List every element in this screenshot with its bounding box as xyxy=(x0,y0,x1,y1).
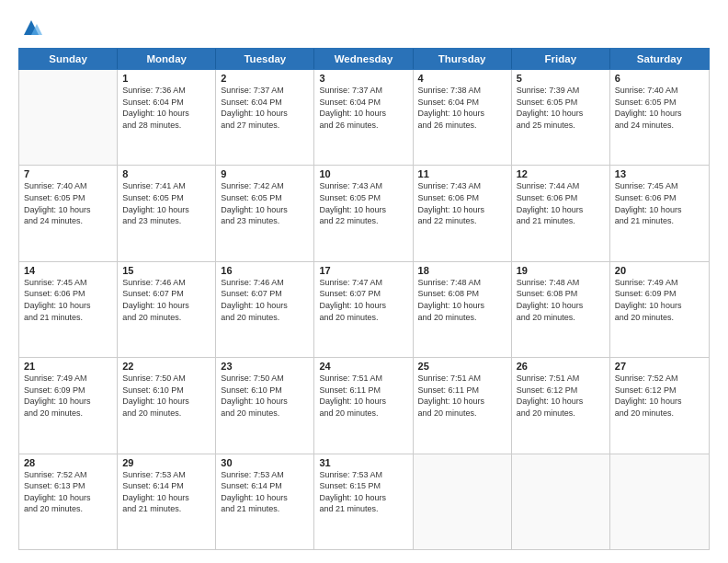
day-info: Sunrise: 7:51 AMSunset: 6:11 PMDaylight:… xyxy=(319,373,407,419)
day-info: Sunrise: 7:53 AMSunset: 6:14 PMDaylight:… xyxy=(122,469,210,515)
day-info: Sunrise: 7:51 AMSunset: 6:11 PMDaylight:… xyxy=(418,373,506,419)
day-number: 6 xyxy=(615,73,704,84)
calendar: SundayMondayTuesdayWednesdayThursdayFrid… xyxy=(18,48,710,550)
day-9: 9Sunrise: 7:42 AMSunset: 6:05 PMDaylight… xyxy=(216,166,314,260)
empty-cell xyxy=(414,454,512,549)
day-number: 26 xyxy=(517,361,605,372)
day-number: 27 xyxy=(615,361,704,372)
day-15: 15Sunrise: 7:46 AMSunset: 6:07 PMDayligh… xyxy=(118,262,216,357)
day-number: 28 xyxy=(24,457,112,468)
header-day-saturday: Saturday xyxy=(610,49,709,69)
day-31: 31Sunrise: 7:53 AMSunset: 6:15 PMDayligh… xyxy=(314,454,413,549)
day-number: 30 xyxy=(221,457,309,468)
day-2: 2Sunrise: 7:37 AMSunset: 6:04 PMDaylight… xyxy=(216,70,314,165)
calendar-body: 1Sunrise: 7:36 AMSunset: 6:04 PMDaylight… xyxy=(18,70,710,550)
day-13: 13Sunrise: 7:45 AMSunset: 6:06 PMDayligh… xyxy=(610,166,709,260)
day-10: 10Sunrise: 7:43 AMSunset: 6:05 PMDayligh… xyxy=(314,166,413,260)
day-number: 4 xyxy=(418,73,506,84)
day-20: 20Sunrise: 7:49 AMSunset: 6:09 PMDayligh… xyxy=(610,262,709,357)
day-info: Sunrise: 7:45 AMSunset: 6:06 PMDaylight:… xyxy=(615,180,704,226)
header-day-sunday: Sunday xyxy=(19,49,118,69)
day-number: 3 xyxy=(319,73,407,84)
day-number: 21 xyxy=(24,361,112,372)
day-info: Sunrise: 7:52 AMSunset: 6:12 PMDaylight:… xyxy=(615,373,704,419)
day-info: Sunrise: 7:53 AMSunset: 6:15 PMDaylight:… xyxy=(319,469,407,515)
day-info: Sunrise: 7:46 AMSunset: 6:07 PMDaylight:… xyxy=(221,277,309,323)
header-day-wednesday: Wednesday xyxy=(314,49,413,69)
day-14: 14Sunrise: 7:45 AMSunset: 6:06 PMDayligh… xyxy=(19,262,118,357)
header-day-tuesday: Tuesday xyxy=(216,49,314,69)
day-7: 7Sunrise: 7:40 AMSunset: 6:05 PMDaylight… xyxy=(19,166,118,260)
day-number: 13 xyxy=(615,168,704,179)
day-number: 5 xyxy=(517,73,605,84)
day-18: 18Sunrise: 7:48 AMSunset: 6:08 PMDayligh… xyxy=(414,262,512,357)
day-number: 10 xyxy=(319,168,407,179)
day-info: Sunrise: 7:48 AMSunset: 6:08 PMDaylight:… xyxy=(418,277,506,323)
day-info: Sunrise: 7:49 AMSunset: 6:09 PMDaylight:… xyxy=(615,277,704,323)
header-day-friday: Friday xyxy=(512,49,610,69)
day-number: 12 xyxy=(517,168,605,179)
day-info: Sunrise: 7:53 AMSunset: 6:14 PMDaylight:… xyxy=(221,469,309,515)
day-number: 20 xyxy=(615,265,704,276)
day-info: Sunrise: 7:50 AMSunset: 6:10 PMDaylight:… xyxy=(221,373,309,419)
day-4: 4Sunrise: 7:38 AMSunset: 6:04 PMDaylight… xyxy=(414,70,512,165)
day-17: 17Sunrise: 7:47 AMSunset: 6:07 PMDayligh… xyxy=(314,262,413,357)
day-info: Sunrise: 7:46 AMSunset: 6:07 PMDaylight:… xyxy=(122,277,210,323)
day-1: 1Sunrise: 7:36 AMSunset: 6:04 PMDaylight… xyxy=(118,70,216,165)
day-16: 16Sunrise: 7:46 AMSunset: 6:07 PMDayligh… xyxy=(216,262,314,357)
day-info: Sunrise: 7:38 AMSunset: 6:04 PMDaylight:… xyxy=(418,85,506,131)
day-number: 24 xyxy=(319,361,407,372)
header xyxy=(18,17,710,42)
day-info: Sunrise: 7:43 AMSunset: 6:06 PMDaylight:… xyxy=(418,180,506,226)
day-info: Sunrise: 7:50 AMSunset: 6:10 PMDaylight:… xyxy=(122,373,210,419)
day-number: 14 xyxy=(24,265,112,276)
day-info: Sunrise: 7:47 AMSunset: 6:07 PMDaylight:… xyxy=(319,277,407,323)
day-number: 1 xyxy=(122,73,210,84)
day-26: 26Sunrise: 7:51 AMSunset: 6:12 PMDayligh… xyxy=(512,358,610,453)
day-info: Sunrise: 7:41 AMSunset: 6:05 PMDaylight:… xyxy=(122,180,210,226)
day-number: 15 xyxy=(122,265,210,276)
day-23: 23Sunrise: 7:50 AMSunset: 6:10 PMDayligh… xyxy=(216,358,314,453)
calendar-row-3: 14Sunrise: 7:45 AMSunset: 6:06 PMDayligh… xyxy=(19,262,709,358)
logo xyxy=(18,17,48,42)
day-info: Sunrise: 7:52 AMSunset: 6:13 PMDaylight:… xyxy=(24,469,112,515)
calendar-row-5: 28Sunrise: 7:52 AMSunset: 6:13 PMDayligh… xyxy=(19,454,709,549)
day-25: 25Sunrise: 7:51 AMSunset: 6:11 PMDayligh… xyxy=(414,358,512,453)
day-info: Sunrise: 7:37 AMSunset: 6:04 PMDaylight:… xyxy=(221,85,309,131)
calendar-row-2: 7Sunrise: 7:40 AMSunset: 6:05 PMDaylight… xyxy=(19,166,709,261)
day-29: 29Sunrise: 7:53 AMSunset: 6:14 PMDayligh… xyxy=(118,454,216,549)
day-number: 16 xyxy=(221,265,309,276)
calendar-header: SundayMondayTuesdayWednesdayThursdayFrid… xyxy=(18,48,710,70)
day-19: 19Sunrise: 7:48 AMSunset: 6:08 PMDayligh… xyxy=(512,262,610,357)
day-info: Sunrise: 7:37 AMSunset: 6:04 PMDaylight:… xyxy=(319,85,407,131)
day-number: 7 xyxy=(24,168,112,179)
day-info: Sunrise: 7:44 AMSunset: 6:06 PMDaylight:… xyxy=(517,180,605,226)
day-number: 23 xyxy=(221,361,309,372)
day-6: 6Sunrise: 7:40 AMSunset: 6:05 PMDaylight… xyxy=(610,70,709,165)
day-number: 18 xyxy=(418,265,506,276)
day-3: 3Sunrise: 7:37 AMSunset: 6:04 PMDaylight… xyxy=(314,70,413,165)
day-8: 8Sunrise: 7:41 AMSunset: 6:05 PMDaylight… xyxy=(118,166,216,260)
empty-cell xyxy=(512,454,610,549)
day-info: Sunrise: 7:40 AMSunset: 6:05 PMDaylight:… xyxy=(24,180,112,226)
day-27: 27Sunrise: 7:52 AMSunset: 6:12 PMDayligh… xyxy=(610,358,709,453)
day-11: 11Sunrise: 7:43 AMSunset: 6:06 PMDayligh… xyxy=(414,166,512,260)
calendar-row-4: 21Sunrise: 7:49 AMSunset: 6:09 PMDayligh… xyxy=(19,358,709,454)
day-info: Sunrise: 7:42 AMSunset: 6:05 PMDaylight:… xyxy=(221,180,309,226)
day-30: 30Sunrise: 7:53 AMSunset: 6:14 PMDayligh… xyxy=(216,454,314,549)
day-info: Sunrise: 7:49 AMSunset: 6:09 PMDaylight:… xyxy=(24,373,112,419)
day-21: 21Sunrise: 7:49 AMSunset: 6:09 PMDayligh… xyxy=(19,358,118,453)
day-number: 25 xyxy=(418,361,506,372)
day-24: 24Sunrise: 7:51 AMSunset: 6:11 PMDayligh… xyxy=(314,358,413,453)
day-info: Sunrise: 7:40 AMSunset: 6:05 PMDaylight:… xyxy=(615,85,704,131)
day-number: 8 xyxy=(122,168,210,179)
header-day-monday: Monday xyxy=(118,49,216,69)
day-number: 29 xyxy=(122,457,210,468)
day-12: 12Sunrise: 7:44 AMSunset: 6:06 PMDayligh… xyxy=(512,166,610,260)
empty-cell xyxy=(19,70,118,165)
day-number: 9 xyxy=(221,168,309,179)
day-info: Sunrise: 7:39 AMSunset: 6:05 PMDaylight:… xyxy=(517,85,605,131)
day-info: Sunrise: 7:45 AMSunset: 6:06 PMDaylight:… xyxy=(24,277,112,323)
page: SundayMondayTuesdayWednesdayThursdayFrid… xyxy=(0,0,728,563)
day-info: Sunrise: 7:36 AMSunset: 6:04 PMDaylight:… xyxy=(122,85,210,131)
